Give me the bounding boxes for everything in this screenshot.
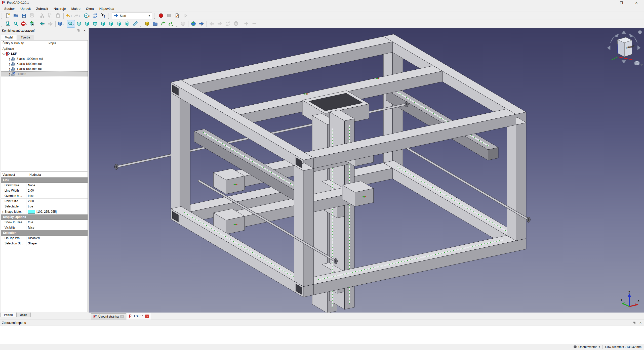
whats-this-button[interactable]: ? (99, 12, 107, 20)
property-row[interactable]: Visibilityfalse (1, 225, 88, 230)
make-sub-link-button[interactable]: ▾ (167, 20, 175, 28)
property-row[interactable]: Override M...false (1, 193, 88, 199)
property-value[interactable]: Disabled (26, 236, 40, 240)
property-value[interactable]: 2,00 (26, 189, 34, 192)
property-group-selection[interactable]: Selection (1, 230, 88, 236)
tree-item-x-axis-1800mm-rail[interactable]: ❯X axis 1800mm rail (1, 61, 88, 66)
property-value[interactable]: true (26, 205, 33, 208)
navigation-cube[interactable]: FRONT (605, 29, 643, 69)
browser-go-button[interactable] (197, 20, 206, 28)
appearance-box-button[interactable] (143, 20, 151, 28)
menu-okna[interactable]: Okna (83, 6, 97, 11)
view-mode-button[interactable]: ▾ (67, 20, 75, 28)
tilt-down-arrow[interactable] (622, 60, 626, 63)
open-file-button[interactable] (12, 12, 20, 20)
tree-item-lsf[interactable]: ❯LSF (1, 51, 88, 56)
expander-icon[interactable]: ❯ (8, 67, 11, 71)
property-value[interactable]: false (26, 226, 34, 229)
nav-cube-body[interactable]: FRONT (611, 37, 635, 60)
3d-viewport[interactable]: FRONT Z X Y (89, 28, 644, 313)
tilt-up-arrow[interactable] (622, 31, 626, 34)
workbench-selector[interactable]: Start▼ (112, 13, 152, 19)
expander-icon[interactable]: ❯ (8, 72, 11, 76)
view-home-button[interactable] (75, 20, 83, 28)
property-row[interactable]: Draw StyleNone (1, 183, 88, 188)
nav-options-caret[interactable] (640, 64, 643, 66)
menu-napoveda[interactable]: Nápověda (97, 6, 117, 11)
property-row[interactable]: Show In Treetrue (1, 220, 88, 225)
property-value[interactable]: false (26, 194, 34, 198)
restore-button[interactable]: ❐ (614, 0, 629, 6)
report-panel-body[interactable] (0, 326, 644, 344)
property-row[interactable]: Selection St...Shape (1, 241, 88, 246)
close-panel-icon[interactable]: ✕ (83, 29, 87, 33)
expander-icon[interactable]: ❯ (1, 210, 5, 213)
macro-edit-button[interactable] (173, 12, 181, 20)
report-float-icon[interactable] (632, 321, 636, 325)
dropdown-caret-icon[interactable]: ▾ (71, 15, 72, 17)
tab-udaje[interactable]: Údaje (16, 313, 31, 317)
toolbar-grip[interactable] (154, 13, 156, 19)
nav-small-cube[interactable] (634, 61, 639, 65)
float-panel-icon[interactable] (76, 29, 80, 33)
menu-soubor[interactable]: Soubor (2, 6, 18, 11)
property-row[interactable]: On Top Wh...Disabled (1, 236, 88, 241)
nav-menu-dot[interactable] (638, 30, 642, 34)
dropdown-caret-icon[interactable]: ▾ (89, 15, 90, 17)
fit-all-button[interactable] (4, 20, 12, 28)
toolbar-grip[interactable] (108, 13, 110, 19)
property-row[interactable]: ❯Shape Mate...[102, 255, 255] (1, 209, 88, 214)
document-tab-u-vodni-stra-nka[interactable]: Úvodní stránka✕ (91, 313, 126, 320)
tree-item-hidden[interactable]: ❯Hidden (1, 71, 88, 76)
close-button[interactable]: ✕ (629, 0, 644, 6)
tab-model[interactable]: Model (1, 35, 17, 40)
nav-back-button[interactable] (38, 20, 46, 28)
fit-selection-button[interactable] (12, 20, 20, 28)
new-file-button[interactable] (4, 12, 12, 20)
refresh-button[interactable] (91, 12, 99, 20)
dropdown-caret-icon[interactable]: ▾ (173, 23, 174, 25)
navigation-style-selector[interactable]: OpenInventor ▼ (573, 345, 600, 349)
menu-makro[interactable]: Makro (69, 6, 83, 11)
toolbar-grip[interactable] (176, 21, 178, 27)
menu-nastroje[interactable]: Nástroje (51, 6, 68, 11)
view-front-button[interactable] (83, 20, 91, 28)
toolbar-grip[interactable] (1, 21, 3, 27)
property-row[interactable]: Point Size2,00 (1, 199, 88, 204)
expander-icon[interactable]: ❯ (3, 52, 6, 55)
view-axonometric-button[interactable]: ▾ (57, 20, 65, 28)
property-group-display-options[interactable]: Display Options (1, 214, 88, 220)
property-value[interactable]: Shape (26, 242, 37, 245)
report-close-icon[interactable]: ✕ (638, 321, 642, 325)
tab-tvorba[interactable]: Tvorba (17, 35, 34, 40)
3d-model-canvas[interactable] (89, 28, 644, 313)
pan-right-arrow[interactable] (637, 46, 640, 50)
toolbar-grip[interactable] (1, 13, 3, 19)
dropdown-caret-icon[interactable]: ▾ (63, 23, 64, 25)
tree-col-labels[interactable]: Štítky & atributy (1, 40, 47, 46)
close-tab-icon[interactable]: ✕ (120, 315, 124, 318)
minimize-button[interactable]: – (599, 0, 614, 6)
view-top-button[interactable] (91, 20, 99, 28)
property-row[interactable]: Line Width2,00 (1, 188, 88, 193)
close-tab-icon[interactable]: ✕ (145, 315, 149, 318)
open-website-button[interactable] (189, 20, 197, 28)
menu-upravit[interactable]: Upravit (18, 6, 33, 11)
make-link-button[interactable] (159, 20, 167, 28)
expander-icon[interactable]: ❯ (8, 62, 11, 66)
draw-style-button[interactable]: ▾ (20, 20, 28, 28)
tree-col-description[interactable]: Popis (47, 41, 56, 45)
view-rear-button[interactable] (107, 20, 115, 28)
macro-record-button[interactable] (157, 12, 165, 20)
property-row[interactable]: Selectabletrue (1, 204, 88, 209)
validate-sketch-button[interactable]: ▾ (83, 12, 91, 20)
expander-icon[interactable]: ❯ (8, 57, 11, 61)
property-value[interactable]: None (26, 184, 35, 187)
dropdown-caret-icon[interactable]: ▾ (26, 23, 27, 25)
measure-distance-button[interactable] (131, 20, 139, 28)
tab-pohled[interactable]: Pohled (1, 313, 16, 317)
save-button[interactable] (20, 12, 28, 20)
property-value[interactable]: 2,00 (26, 199, 34, 203)
pan-left-arrow[interactable] (607, 46, 610, 50)
property-value[interactable]: [102, 255, 255] (26, 210, 57, 214)
